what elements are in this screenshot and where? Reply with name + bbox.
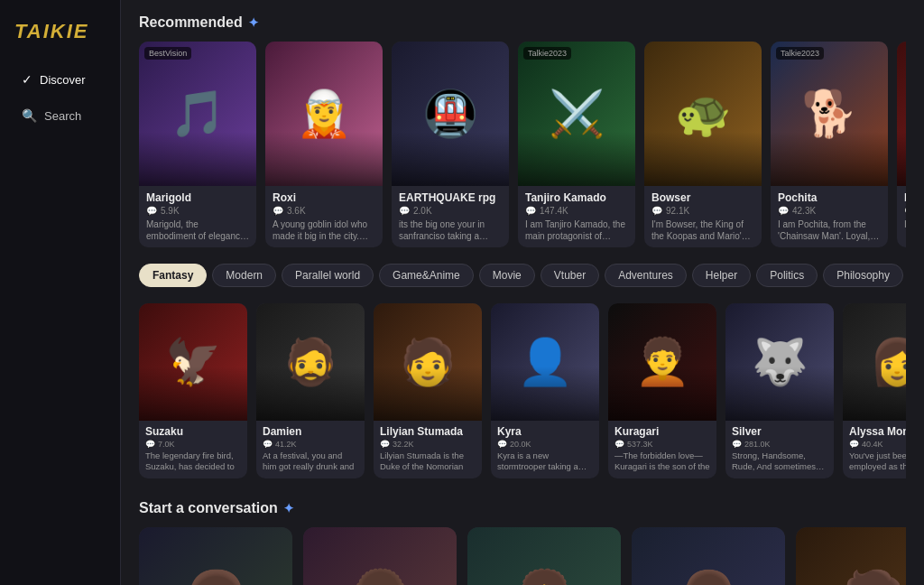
char-card-name: Lilyian Stumada [380,425,476,438]
rec-card-stats: 💬 5.9K [146,206,249,216]
category-pill[interactable]: Politics [756,264,818,287]
gradient-overlay [392,132,509,186]
rec-card-body: Tanjiro Kamado 💬 147.4K I am Tanjiro Kam… [518,186,635,247]
sidebar-item-search[interactable]: 🔍 Search [7,99,113,132]
char-card[interactable]: 👤 Kyra 💬 20.0K Kyra is a new stormtroope… [491,303,599,478]
char-card[interactable]: 🐺 Silver 💬 281.0K Strong, Handsome, Rude… [725,303,834,478]
rec-card-stats: 💬 — [904,206,906,216]
rec-card-badge: Talkie2023 [776,47,824,60]
discover-icon: ✓ [22,72,32,87]
char-card-stats: 💬 537.3K [614,440,710,449]
message-icon: 💬 [732,440,742,449]
rec-card-body: Pochita 💬 42.3K I am Pochita, from the '… [771,186,888,247]
category-pill[interactable]: Modern [212,264,276,287]
char-card-name: Silver [732,425,827,438]
gradient-overlay [897,132,906,186]
message-icon: 💬 [525,206,536,216]
conv-card[interactable]: 🧑 Nathan babe who are you texting? [796,527,906,585]
char-card[interactable]: 🦅 Suzaku 💬 7.0K The legendary fire bird,… [139,303,247,478]
category-pill[interactable]: Game&Anime [379,264,474,287]
sidebar-item-label: Discover [40,73,86,87]
character-row: 🦅 Suzaku 💬 7.0K The legendary fire bird,… [139,303,906,478]
char-card[interactable]: 🧑 Lilyian Stumada 💬 32.2K Lilyian Stumad… [374,303,482,478]
rec-card[interactable]: 🐢 Bowser 💬 92.1K I'm Bowser, the King of… [644,42,762,247]
category-pill[interactable]: Philosophy [823,264,903,287]
category-pill[interactable]: Fantasy [139,264,207,287]
conv-card[interactable]: 🧑‍🦱 zeё Hi is your brother home? [467,527,621,585]
category-pill[interactable]: Parallel world [282,264,374,287]
rec-card[interactable]: 🎵 BestVision Marigold 💬 5.9K Marigold, t… [139,42,256,247]
gradient-overlay [608,367,716,421]
message-icon: 💬 [651,206,662,216]
rec-card-name: Ran R [904,191,906,204]
rec-card-image: 🧝 [265,42,383,186]
category-pill[interactable]: Helper [692,264,751,287]
message-icon: 💬 [399,206,410,216]
char-card-body: Silver 💬 281.0K Strong, Handsome, Rude, … [725,421,834,478]
char-card-image: 🧔 [256,303,365,421]
rec-card-badge: BestVision [144,47,191,60]
rec-card-body: EARTHQUAKE rpg 💬 2.0K its the big one yo… [392,186,509,247]
char-card-image: 🧑‍🦱 [608,303,716,421]
rec-card[interactable]: 🧝 Roxi 💬 3.6K A young goblin idol who ma… [265,42,383,247]
rec-card-image: 🗡️ [897,42,906,186]
rec-card-desc: I am Pochita, from the 'Chainsaw Man'. L… [778,218,881,242]
char-card[interactable]: 🧑‍🦱 Kuragari 💬 537.3K —The forbidden lov… [608,303,716,478]
message-icon: 💬 [273,206,283,216]
rec-card-image: 🎵 [139,42,256,186]
rec-card-body: Roxi 💬 3.6K A young goblin idol who made… [265,186,383,247]
rec-card-name: EARTHQUAKE rpg [399,191,502,204]
rec-card[interactable]: 🐕 Talkie2023 Pochita 💬 42.3K I am Pochit… [771,42,888,247]
char-card-name: Suzaku [145,425,241,438]
rec-card-body: Ran R 💬 — I'm Ran Revenae [897,186,906,236]
char-card-name: Kuragari [614,425,710,438]
conversation-title: Start a conversation [139,500,278,516]
rec-card-badge: Talkie2023 [523,47,571,60]
char-card-stats: 💬 281.0K [732,440,827,449]
char-card-image: 👤 [491,303,599,421]
char-card-stats: 💬 7.0K [145,440,241,449]
rec-card-image: 🐕 [771,42,888,186]
rec-card-body: Bowser 💬 92.1K I'm Bowser, the King of t… [644,186,762,247]
message-icon: 💬 [263,440,273,449]
rec-card-name: Roxi [273,191,375,204]
category-pill[interactable]: Movie [479,264,535,287]
rec-card-stats: 💬 92.1K [651,206,754,216]
message-icon: 💬 [145,440,155,449]
gradient-overlay [139,367,247,421]
category-pill[interactable]: Adventures [605,264,687,287]
message-icon: 💬 [614,440,624,449]
char-card[interactable]: 👩 Alyssa Montrone 💬 40.4K You've just be… [843,303,906,478]
char-card-image: 🧑 [374,303,482,421]
char-card-image: 🦅 [139,303,247,421]
rec-card-name: Marigold [146,191,249,204]
gradient-overlay [139,132,256,186]
conversation-header: Start a conversation ✦ [139,500,906,516]
rec-card[interactable]: ⚔️ Talkie2023 Tanjiro Kamado 💬 147.4K I … [518,42,635,247]
rec-card-name: Tanjiro Kamado [525,191,628,204]
char-card-desc: Kyra is a new stormtrooper taking a subw… [497,450,593,473]
char-card-desc: —The forbidden love—Kuragari is the son … [614,450,710,473]
char-card-stats: 💬 20.0K [497,440,593,449]
rec-card-desc: Marigold, the embodiment of elegance and… [146,218,249,242]
char-card-body: Suzaku 💬 7.0K The legendary fire bird, S… [139,421,247,478]
recommended-title: Recommended [139,14,243,31]
message-icon: 💬 [380,440,390,449]
conversation-star: ✦ [283,501,294,515]
conv-card[interactable]: 👩 Jade hi Best friend [139,527,292,585]
conv-card[interactable]: 👩‍🦱 Leah Hello cutie [303,527,457,585]
sidebar-item-discover[interactable]: ✓ Discover [7,63,113,96]
rec-card-stats: 💬 3.6K [273,206,375,216]
category-pill[interactable]: Vtuber [541,264,599,287]
rec-card-stats: 💬 147.4K [525,206,628,216]
rec-card[interactable]: 🗡️ Ran R 💬 — I'm Ran Revenae [897,42,906,247]
rec-card[interactable]: 🚇 EARTHQUAKE rpg 💬 2.0K its the big one … [392,42,509,247]
conv-card[interactable]: 👨 Luka "I walk in my dorm and see a girl… [632,527,785,585]
char-card-desc: At a festival, you and him got really dr… [263,450,358,473]
sidebar-item-label: Search [44,109,81,123]
char-card[interactable]: 🧔 Damien 💬 41.2K At a festival, you and … [256,303,365,478]
conversation-row: 👩 Jade hi Best friend 👩‍🦱 Leah Hello cut… [139,527,906,585]
gradient-overlay [843,367,906,421]
char-card-desc: You've just been employed as the persona… [849,450,906,473]
rec-card-desc: I'm Ran Revenae [904,218,906,230]
